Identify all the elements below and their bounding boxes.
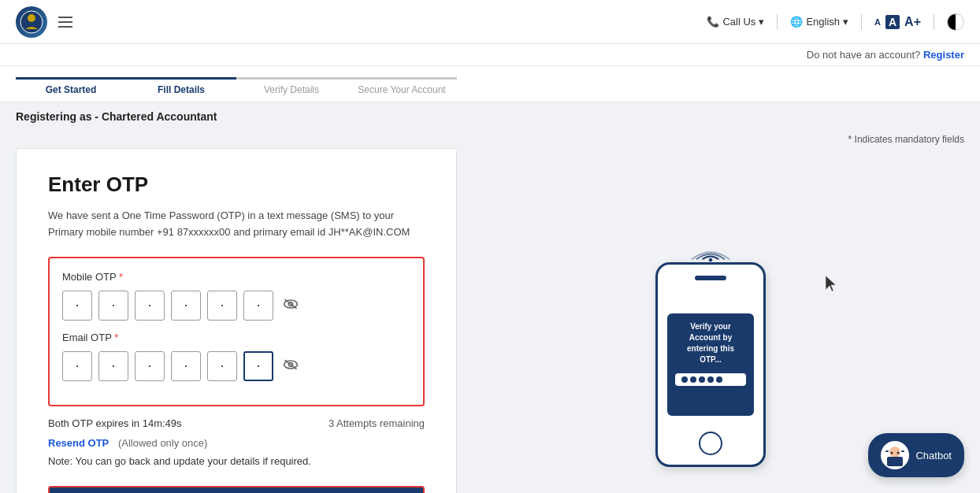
- divider-3: [934, 14, 934, 30]
- sub-header: Do not have an account? Register: [0, 44, 980, 66]
- main-content: Enter OTP We have sent a One Time Passwo…: [0, 148, 980, 493]
- dot-5: [716, 376, 722, 383]
- email-otp-box-6[interactable]: [243, 351, 273, 381]
- expire-text: Both OTP expires in 14m:49s: [48, 417, 182, 429]
- chatbot-button[interactable]: Chatbot: [868, 433, 964, 477]
- mobile-otp-box-5[interactable]: [207, 291, 237, 321]
- email-otp-group: Email OTP *: [62, 332, 410, 381]
- step-indicator-2: [126, 77, 236, 80]
- language-selector[interactable]: 🌐 English ▾: [790, 16, 848, 28]
- phone-input-bar: [675, 373, 746, 386]
- signal-waves: [687, 243, 734, 263]
- svg-rect-14: [901, 450, 904, 452]
- step-label-2: Fill Details: [158, 84, 205, 102]
- header-right: 📞 Call Us ▾ 🌐 English ▾ A A A+: [707, 13, 964, 31]
- divider-2: [861, 14, 862, 30]
- step-label-3: Verify Details: [264, 84, 319, 102]
- email-otp-box-5[interactable]: [207, 351, 237, 381]
- header-left: [16, 6, 72, 38]
- registering-as-text: Registering as - Chartered Accountant: [16, 110, 217, 123]
- svg-point-11: [891, 452, 893, 454]
- step-indicator-3: [236, 77, 347, 80]
- step-fill-details: Fill Details: [126, 77, 236, 102]
- phone-screen: Verify your Account by entering this OTP…: [667, 313, 754, 416]
- steps-bar: Get Started Fill Details Verify Details …: [0, 66, 980, 102]
- phone-icon: 📞: [707, 16, 719, 28]
- dot-1: [681, 376, 688, 383]
- step-verify-details: Verify Details: [236, 77, 347, 102]
- step-indicator-1: [16, 77, 126, 80]
- font-controls: A A A+: [874, 15, 921, 29]
- register-link[interactable]: Register: [923, 49, 964, 61]
- logo: [16, 6, 47, 38]
- svg-point-12: [897, 452, 900, 454]
- mobile-otp-group: Mobile OTP *: [62, 271, 410, 321]
- mobile-otp-toggle-visibility[interactable]: [283, 298, 299, 313]
- email-otp-box-3[interactable]: [135, 351, 165, 381]
- step-label-4: Secure Your Account: [358, 84, 445, 102]
- chatbot-avatar: [881, 441, 909, 469]
- call-us-button[interactable]: 📞 Call Us ▾: [707, 16, 764, 28]
- contrast-toggle[interactable]: [947, 13, 964, 31]
- hamburger-menu[interactable]: [58, 17, 72, 28]
- mandatory-note: * Indicates mandatory fields: [0, 131, 980, 148]
- step-label-1: Get Started: [46, 84, 97, 102]
- email-otp-toggle-visibility[interactable]: [283, 358, 299, 374]
- font-large-btn[interactable]: A+: [904, 15, 921, 29]
- phone-body: Verify your Account by entering this OTP…: [655, 262, 766, 467]
- email-otp-label: Email OTP *: [62, 332, 410, 343]
- form-title: Enter OTP: [48, 172, 425, 197]
- font-medium-btn[interactable]: A: [885, 15, 900, 29]
- mobile-otp-box-3[interactable]: [135, 291, 165, 321]
- globe-icon: 🌐: [790, 16, 803, 28]
- lang-chevron: ▾: [843, 16, 848, 28]
- registering-label: Registering as - Chartered Accountant: [0, 102, 980, 131]
- mobile-otp-box-2[interactable]: [98, 291, 128, 321]
- mobile-otp-box-6[interactable]: [243, 291, 273, 321]
- mobile-otp-required: *: [116, 271, 123, 283]
- resend-row: Resend OTP (Allowed only once): [48, 437, 425, 449]
- language-label: English: [806, 16, 840, 28]
- svg-point-8: [709, 258, 713, 262]
- svg-rect-10: [887, 457, 903, 466]
- form-card: Enter OTP We have sent a One Time Passwo…: [16, 148, 457, 493]
- attempts-text: 3 Attempts remaining: [329, 417, 425, 429]
- mobile-otp-label: Mobile OTP *: [62, 271, 410, 283]
- expire-row: Both OTP expires in 14m:49s 3 Attempts r…: [48, 417, 425, 429]
- dot-2: [690, 376, 696, 383]
- email-otp-required: *: [112, 332, 119, 343]
- note-text: Note: You can go back and update your de…: [48, 455, 425, 467]
- email-otp-box-1[interactable]: [62, 351, 92, 381]
- call-us-chevron: ▾: [759, 16, 764, 28]
- register-prompt: Do not have an account?: [807, 49, 921, 61]
- phone-notch: [695, 276, 726, 280]
- call-us-label: Call Us: [722, 16, 755, 28]
- svg-point-1: [28, 14, 35, 22]
- mobile-otp-inputs: [62, 291, 410, 321]
- phone-screen-title: Verify your Account by entering this OTP…: [675, 321, 746, 365]
- step-indicator-4: [347, 77, 457, 80]
- svg-rect-13: [885, 450, 889, 452]
- email-otp-inputs: [62, 351, 410, 381]
- otp-description: We have sent a One Time Password (OTP) i…: [48, 208, 425, 241]
- main-header: 📞 Call Us ▾ 🌐 English ▾ A A A+: [0, 0, 980, 44]
- mobile-otp-box-1[interactable]: [62, 291, 92, 321]
- resend-otp-link[interactable]: Resend OTP: [48, 437, 109, 449]
- email-otp-box-4[interactable]: [171, 351, 201, 381]
- dot-4: [707, 376, 714, 383]
- dot-3: [699, 376, 705, 383]
- chatbot-label: Chatbot: [915, 450, 952, 461]
- mandatory-text: * Indicates mandatory fields: [848, 134, 964, 145]
- continue-button[interactable]: Continue ›: [48, 486, 425, 493]
- divider-1: [777, 14, 778, 30]
- otp-section: Mobile OTP *: [48, 257, 425, 406]
- resend-note: (Allowed only once): [118, 437, 207, 449]
- mobile-otp-box-4[interactable]: [171, 291, 201, 321]
- phone-illustration: Verify your Account by entering this OTP…: [655, 262, 781, 483]
- phone-home-button: [699, 432, 722, 455]
- font-small-btn[interactable]: A: [874, 17, 881, 27]
- step-get-started: Get Started: [16, 77, 126, 102]
- email-otp-box-2[interactable]: [98, 351, 128, 381]
- step-secure-account: Secure Your Account: [347, 77, 457, 102]
